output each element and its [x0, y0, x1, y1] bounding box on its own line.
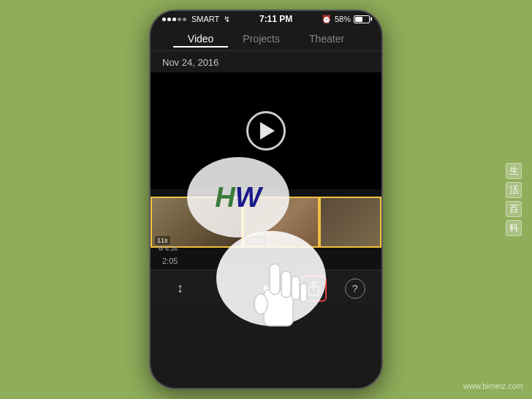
battery-percent: 58%	[335, 15, 351, 23]
bottom-toolbar: ↕ ♡ ▶ ?	[151, 270, 381, 306]
signal-dots	[162, 18, 186, 21]
gear-icon: ⚙	[158, 245, 164, 252]
heart-button[interactable]: ♡	[211, 276, 238, 302]
chinese-char-3: 百	[506, 201, 522, 217]
play-triangle-icon	[260, 122, 275, 140]
battery-fill	[355, 17, 362, 22]
h-letter: H	[215, 182, 235, 213]
chinese-char-1: 生	[506, 163, 522, 179]
page-background: 生 活 百 科 www.bimeiz.com SMART ↯ 7:11 PM	[0, 0, 532, 399]
chinese-side-labels: 生 活 百 科	[506, 163, 522, 236]
carrier-label: SMART	[191, 15, 219, 23]
play-media-button[interactable]: ▶	[256, 276, 282, 302]
clip-sub-label: 2016	[247, 236, 266, 245]
play-button-circle[interactable]	[246, 111, 286, 151]
tab-video[interactable]: Video	[173, 31, 229, 48]
duration-value: 6.3s	[165, 245, 178, 252]
clip-duration-label: 11s	[155, 236, 170, 245]
site-watermark: www.bimeiz.com	[463, 380, 523, 392]
status-right: ⏰ 58%	[322, 15, 370, 24]
hw-watermark: HW	[187, 157, 289, 238]
chinese-char-2: 活	[506, 182, 522, 198]
battery-icon	[354, 15, 370, 23]
phone-frame: SMART ↯ 7:11 PM ⏰ 58% Video Projects The…	[149, 10, 383, 390]
share-button[interactable]	[300, 276, 327, 302]
status-time: 7:11 PM	[259, 14, 292, 24]
nav-tabs: Video Projects Theater	[151, 27, 381, 51]
sort-button[interactable]: ↕	[167, 276, 193, 302]
chinese-char-4: 科	[506, 220, 522, 236]
w-letter: W	[235, 182, 262, 213]
status-bar: SMART ↯ 7:11 PM ⏰ 58%	[151, 11, 381, 27]
wifi-icon: ↯	[224, 15, 230, 24]
film-segment-3[interactable]	[319, 197, 381, 248]
hw-logo: HW	[215, 183, 261, 211]
tab-theater[interactable]: Theater	[294, 31, 359, 48]
bottom-duration-badge: ⚙ 6.3s	[158, 245, 178, 252]
status-left: SMART ↯	[162, 15, 230, 24]
timeline-time-label: 2:05	[162, 256, 178, 265]
alarm-icon: ⏰	[322, 15, 332, 24]
help-button[interactable]: ?	[345, 278, 365, 299]
tab-projects[interactable]: Projects	[228, 31, 294, 48]
date-label: Nov 24, 2016	[151, 51, 381, 72]
